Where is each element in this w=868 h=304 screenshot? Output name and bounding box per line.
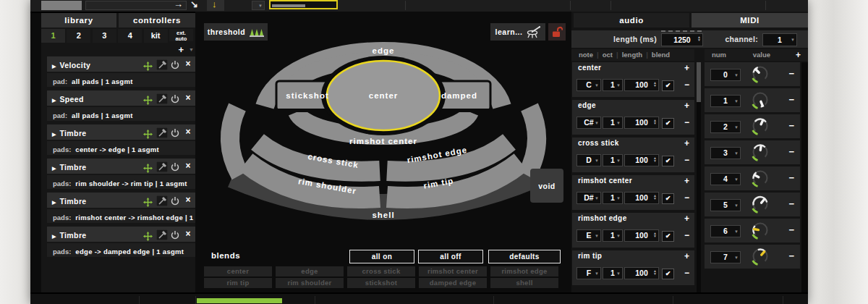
- blend-toggle-cross-stick[interactable]: cross stick: [347, 266, 415, 276]
- all-on-button[interactable]: all on: [349, 250, 414, 263]
- controller-item[interactable]: ▶Timbre × pads:center -> edge | 1 asgmt: [47, 124, 195, 155]
- void-button[interactable]: void: [530, 169, 563, 203]
- add-note-button[interactable]: +: [684, 176, 689, 186]
- remove-note-button[interactable]: −: [684, 155, 689, 165]
- add-cc-button[interactable]: +: [796, 49, 801, 61]
- controller-header[interactable]: ▶Timbre ×: [47, 193, 195, 208]
- move-icon-slot[interactable]: [142, 59, 153, 70]
- hammer-icon-slot[interactable]: [156, 127, 168, 138]
- note-length-input[interactable]: 100▲▼: [624, 192, 659, 204]
- move-icon-slot[interactable]: [142, 229, 153, 240]
- tab-audio[interactable]: audio: [574, 13, 689, 28]
- add-note-button[interactable]: +: [684, 251, 689, 261]
- note-length-input[interactable]: 100▲▼: [624, 154, 659, 166]
- close-icon[interactable]: ×: [182, 124, 194, 135]
- blend-toggle-edge[interactable]: edge: [276, 266, 344, 276]
- cc-num-dropdown[interactable]: 2▼: [710, 121, 741, 133]
- remove-cc-button[interactable]: −: [788, 120, 794, 131]
- power-icon-slot[interactable]: [169, 127, 181, 138]
- add-note-button[interactable]: +: [684, 63, 689, 73]
- controller-header[interactable]: ▶Timbre ×: [47, 227, 195, 242]
- controller-item[interactable]: ▶Timbre × pads:rimshot center -> rimshot…: [47, 193, 195, 223]
- spinner-icon[interactable]: ▲▼: [653, 269, 657, 275]
- expand-arrow-icon[interactable]: ▶: [52, 132, 56, 137]
- note-length-input[interactable]: 100▲▼: [624, 79, 659, 91]
- power-icon-slot[interactable]: [169, 161, 181, 172]
- blend-checkbox[interactable]: ✔: [662, 156, 674, 166]
- add-note-button[interactable]: +: [684, 101, 689, 111]
- move-icon-slot[interactable]: [142, 93, 153, 104]
- blend-toggle-damped-edge[interactable]: damped edge: [419, 278, 487, 288]
- bank-tab-1[interactable]: 1: [41, 29, 65, 43]
- note-dropdown[interactable]: C▼: [576, 79, 601, 91]
- down-right-arrow-icon[interactable]: ↘: [190, 0, 198, 9]
- close-icon[interactable]: ×: [182, 227, 194, 237]
- remove-note-button[interactable]: −: [684, 193, 689, 203]
- move-icon-slot[interactable]: [142, 161, 153, 172]
- note-dropdown[interactable]: D#▼: [576, 192, 601, 204]
- spinner-icon[interactable]: ▲▼: [653, 81, 657, 87]
- hammer-icon[interactable]: [156, 93, 168, 104]
- add-controller-button[interactable]: +: [178, 44, 184, 55]
- tab-controllers[interactable]: controllers: [119, 13, 195, 28]
- power-icon-slot[interactable]: [169, 195, 181, 206]
- hammer-icon-slot[interactable]: [156, 59, 168, 69]
- hammer-icon[interactable]: [156, 229, 168, 240]
- octave-dropdown[interactable]: 1▼: [603, 79, 623, 91]
- cc-value-knob[interactable]: [749, 141, 771, 163]
- blend-toggle-rimshot-center[interactable]: rimshot center: [419, 266, 487, 276]
- add-note-button[interactable]: +: [684, 138, 689, 148]
- cc-num-dropdown[interactable]: 4▼: [710, 173, 741, 185]
- close-icon[interactable]: ×: [182, 193, 194, 203]
- toolbar-dropdown[interactable]: ▼: [252, 1, 265, 10]
- power-icon-slot[interactable]: [169, 229, 181, 240]
- spinner-icon[interactable]: ▲▼: [697, 35, 701, 41]
- power-icon-slot[interactable]: [169, 59, 181, 69]
- cc-value-knob[interactable]: [749, 89, 771, 111]
- remove-cc-button[interactable]: −: [788, 172, 794, 183]
- move-icon[interactable]: [143, 164, 153, 173]
- bank-tab-4[interactable]: 4: [118, 29, 142, 43]
- tab-library[interactable]: library: [41, 13, 116, 28]
- cc-value-knob[interactable]: [749, 219, 771, 241]
- blend-toggle-rim-tip[interactable]: rim tip: [204, 278, 272, 288]
- spinner-icon[interactable]: ▲▼: [653, 119, 657, 124]
- note-dropdown[interactable]: F▼: [576, 267, 601, 279]
- spinner-icon[interactable]: ▲▼: [653, 232, 657, 237]
- remove-note-button[interactable]: −: [684, 230, 689, 240]
- remove-cc-button[interactable]: −: [788, 94, 794, 105]
- channel-dropdown[interactable]: 1 ▼: [762, 33, 797, 46]
- note-length-input[interactable]: 100▲▼: [624, 267, 659, 279]
- bank-tab-kit[interactable]: kit: [144, 29, 168, 43]
- hammer-icon-slot[interactable]: [156, 93, 168, 104]
- octave-dropdown[interactable]: 1▼: [603, 229, 623, 242]
- power-icon[interactable]: [170, 128, 180, 138]
- cc-num-dropdown[interactable]: 6▼: [710, 225, 741, 237]
- zone-label-rimshot-center[interactable]: rimshot center: [349, 137, 417, 145]
- cc-num-dropdown[interactable]: 7▼: [710, 251, 741, 263]
- controller-header[interactable]: ▶Speed ×: [47, 90, 195, 106]
- controller-header[interactable]: ▶Velocity ×: [47, 56, 195, 72]
- hammer-icon-slot[interactable]: [156, 229, 168, 240]
- expand-arrow-icon[interactable]: ▶: [52, 200, 56, 205]
- length-input[interactable]: 1250 ▲▼: [661, 33, 703, 46]
- controller-header[interactable]: ▶Timbre ×: [47, 159, 195, 174]
- controller-item[interactable]: ▶Timbre × pads:rim shoulder -> rim tip |…: [47, 159, 195, 189]
- zone-label-edge[interactable]: edge: [373, 46, 395, 55]
- remove-cc-button[interactable]: −: [788, 198, 794, 209]
- blend-toggle-center[interactable]: center: [204, 266, 272, 276]
- cc-value-knob[interactable]: [749, 193, 771, 215]
- cc-value-knob[interactable]: [749, 115, 771, 137]
- zone-label-shell[interactable]: shell: [372, 211, 394, 219]
- cc-num-dropdown[interactable]: 5▼: [710, 199, 741, 211]
- defaults-button[interactable]: defaults: [488, 250, 561, 263]
- note-length-input[interactable]: 100▲▼: [624, 229, 659, 242]
- add-note-button[interactable]: +: [684, 214, 689, 224]
- blend-toggle-rimshot-edge[interactable]: rimshot edge: [490, 266, 558, 276]
- scrollbar-thumb[interactable]: [697, 62, 701, 102]
- toolbar-pad-button[interactable]: [41, 1, 82, 10]
- close-icon[interactable]: ×: [182, 56, 194, 67]
- chevron-down-icon[interactable]: ▼: [189, 47, 194, 52]
- move-icon-slot[interactable]: [142, 127, 153, 138]
- remove-cc-button[interactable]: −: [788, 224, 794, 235]
